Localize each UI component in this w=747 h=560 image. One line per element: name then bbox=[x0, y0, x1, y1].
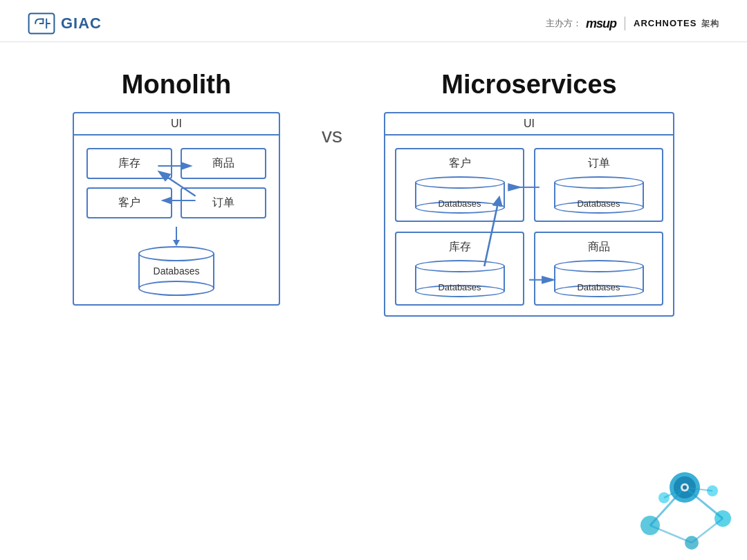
logo-area: GIAC bbox=[28, 12, 102, 35]
monolith-section: Monolith UI 库存 商品 客户 订单 bbox=[73, 70, 280, 306]
svg-line-17 bbox=[692, 519, 723, 543]
header: GIAC 主办方： msup ARCHNOTES 架构 bbox=[0, 0, 747, 42]
micro-grid: 客户 Databases 订单 bbox=[385, 136, 673, 315]
svg-line-14 bbox=[650, 487, 685, 525]
micro-order-label: 订单 bbox=[588, 156, 610, 171]
micro-cyl-order: Databases bbox=[554, 176, 644, 214]
monolith-cylinder: Databases bbox=[138, 246, 214, 296]
micro-cyl-product: Databases bbox=[554, 260, 644, 297]
diagram-row: Monolith UI 库存 商品 客户 订单 bbox=[28, 70, 719, 317]
micro-customer-label: 客户 bbox=[449, 156, 471, 171]
service-product: 商品 bbox=[181, 148, 266, 179]
sponsor-label: 主办方： bbox=[546, 17, 582, 30]
cylinder-bottom bbox=[138, 281, 214, 296]
network-svg bbox=[622, 449, 747, 560]
micro-block-customer: 客户 Databases bbox=[395, 148, 524, 222]
db-label: Databases bbox=[154, 265, 200, 277]
micro-block-inventory: 库存 Databases bbox=[395, 232, 524, 306]
svg-line-16 bbox=[650, 525, 692, 543]
monolith-diagram: UI 库存 商品 客户 订单 bbox=[73, 112, 280, 306]
micro-cyl-label-3: Databases bbox=[438, 282, 481, 292]
msup-logo: msup bbox=[586, 17, 616, 31]
micro-cyl-label-4: Databases bbox=[577, 282, 620, 292]
svg-point-21 bbox=[683, 485, 687, 489]
micro-inventory-label: 库存 bbox=[449, 240, 471, 254]
monolith-ui-header: UI bbox=[74, 113, 279, 136]
micro-cyl-top-4 bbox=[554, 260, 644, 272]
micro-content-wrapper: 客户 Databases 订单 bbox=[385, 136, 673, 315]
micro-cyl-top-1 bbox=[415, 176, 505, 189]
micro-cyl-inventory: Databases bbox=[415, 260, 505, 297]
microservices-title: Microservices bbox=[441, 70, 617, 100]
header-divider bbox=[625, 17, 625, 30]
vs-label: vs bbox=[322, 118, 342, 147]
service-customer: 客户 bbox=[86, 187, 172, 218]
service-order: 订单 bbox=[181, 187, 266, 218]
micro-block-order: 订单 Databases bbox=[534, 148, 663, 222]
vs-wrapper: vs bbox=[322, 70, 342, 147]
header-right: 主办方： msup ARCHNOTES 架构 bbox=[546, 17, 719, 31]
micro-block-product: 商品 Databases bbox=[534, 232, 663, 306]
monolith-db-container: Databases bbox=[86, 227, 266, 296]
micro-cyl-label-1: Databases bbox=[438, 198, 481, 209]
monolith-title: Monolith bbox=[122, 70, 231, 100]
micro-cyl-top-3 bbox=[415, 260, 505, 272]
main-content: Monolith UI 库存 商品 客户 订单 bbox=[0, 42, 747, 330]
archnotes-logo: ARCHNOTES 架构 bbox=[634, 18, 719, 30]
giac-logo-icon bbox=[28, 12, 55, 35]
monolith-inner: 库存 商品 客户 订单 bbox=[74, 136, 279, 304]
micro-cyl-label-2: Databases bbox=[577, 198, 620, 209]
service-inventory: 库存 bbox=[86, 148, 172, 179]
micro-cyl-customer: Databases bbox=[415, 176, 505, 214]
monolith-grid: 库存 商品 客户 订单 bbox=[86, 148, 266, 218]
db-arrow bbox=[173, 240, 180, 246]
microservices-section: Microservices UI 客户 Databases bbox=[384, 70, 674, 317]
micro-product-label: 商品 bbox=[588, 240, 610, 254]
microservices-ui-header: UI bbox=[385, 113, 673, 136]
cylinder-top bbox=[138, 246, 214, 261]
monolith-grid-wrapper: 库存 商品 客户 订单 bbox=[86, 148, 266, 218]
db-connector bbox=[176, 227, 177, 241]
logo-text: GIAC bbox=[61, 15, 102, 32]
microservices-diagram: UI 客户 Databases bbox=[384, 112, 674, 317]
micro-cyl-top-2 bbox=[554, 176, 644, 189]
network-decoration bbox=[622, 449, 747, 560]
